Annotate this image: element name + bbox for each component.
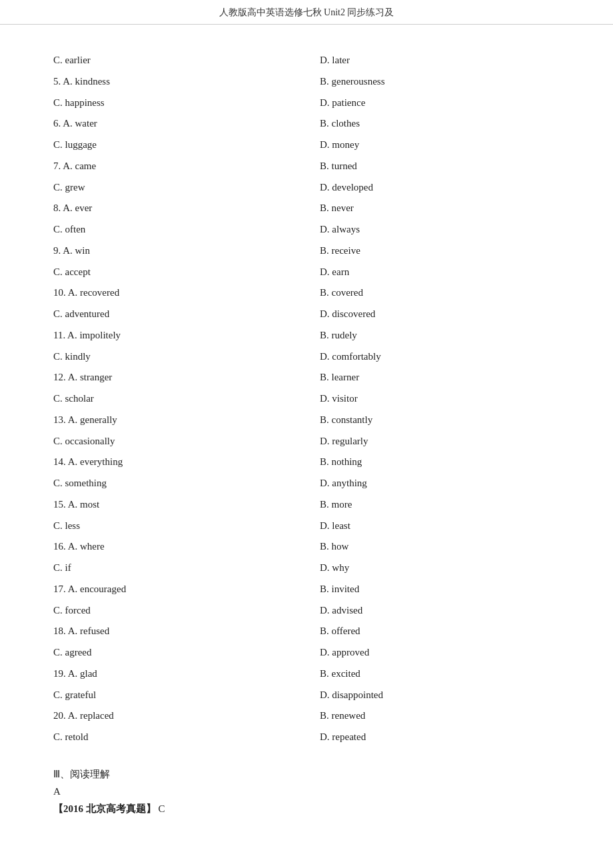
header-title: 人教版高中英语选修七秋 Unit2 同步练习及 <box>219 7 394 17</box>
answer-left: 13. A. generally <box>53 411 306 430</box>
answer-rows: C. earlierD. later5. A. kindnessB. gener… <box>53 51 560 747</box>
answer-left: 19. A. glad <box>53 665 306 683</box>
answer-left: 7. A. came <box>53 157 306 176</box>
answer-left: 16. A. where <box>53 538 306 556</box>
answer-left: 17. A. encouraged <box>53 580 306 599</box>
answer-row: C. retoldD. repeated <box>53 728 560 747</box>
answer-right: D. developed <box>306 179 560 197</box>
answer-left: C. if <box>53 559 306 578</box>
answer-left: C. forced <box>53 602 306 620</box>
answer-left: C. something <box>53 474 306 493</box>
answer-left: C. earlier <box>53 51 306 70</box>
answer-row: C. oftenD. always <box>53 220 560 239</box>
answer-left: 8. A. ever <box>53 199 306 218</box>
answer-row: 11. A. impolitelyB. rudely <box>53 326 560 345</box>
section-3-ref: 【2016 北京高考真题】 C <box>53 803 560 815</box>
answer-right: D. discovered <box>306 305 560 324</box>
page-header: 人教版高中英语选修七秋 Unit2 同步练习及 <box>0 0 613 25</box>
answer-left: 11. A. impolitely <box>53 326 306 345</box>
answer-right: D. always <box>306 220 560 239</box>
answer-row: 9. A. winB. receive <box>53 242 560 260</box>
answer-row: C. somethingD. anything <box>53 474 560 493</box>
answer-row: 19. A. gladB. excited <box>53 665 560 683</box>
answer-right: D. money <box>306 136 560 155</box>
answer-right: B. rudely <box>306 326 560 345</box>
answer-row: C. agreedD. approved <box>53 644 560 662</box>
section-3-a: A <box>53 786 560 797</box>
answer-left: C. grew <box>53 179 306 197</box>
answer-left: 12. A. stranger <box>53 368 306 387</box>
answer-right: B. nothing <box>306 453 560 472</box>
answer-right: B. invited <box>306 580 560 599</box>
answer-left: C. occasionally <box>53 432 306 451</box>
answer-left: C. kindly <box>53 348 306 366</box>
answer-right: B. more <box>306 496 560 514</box>
answer-row: 14. A. everythingB. nothing <box>53 453 560 472</box>
answer-left: C. happiness <box>53 94 306 113</box>
answer-row: C. acceptD. earn <box>53 263 560 282</box>
ref-c: C <box>159 803 165 814</box>
answer-right: B. covered <box>306 284 560 302</box>
answer-right: B. renewed <box>306 707 560 725</box>
ref-bold: 【2016 北京高考真题】 <box>53 803 156 814</box>
answer-row: 15. A. mostB. more <box>53 496 560 514</box>
answer-left: 15. A. most <box>53 496 306 514</box>
answer-row: C. gratefulD. disappointed <box>53 686 560 705</box>
answer-row: C. grewD. developed <box>53 179 560 197</box>
answer-right: B. clothes <box>306 115 560 133</box>
answer-left: 14. A. everything <box>53 453 306 472</box>
answer-row: 6. A. waterB. clothes <box>53 115 560 133</box>
answer-row: C. forcedD. advised <box>53 602 560 620</box>
answer-row: C. happinessD. patience <box>53 94 560 113</box>
answer-row: C. luggageD. money <box>53 136 560 155</box>
answer-left: C. agreed <box>53 644 306 662</box>
answer-right: B. turned <box>306 157 560 176</box>
answer-row: 7. A. cameB. turned <box>53 157 560 176</box>
answer-row: 10. A. recoveredB. covered <box>53 284 560 302</box>
section-3-label: Ⅲ、阅读理解 <box>53 768 560 781</box>
answer-left: 10. A. recovered <box>53 284 306 302</box>
answer-right: D. comfortably <box>306 348 560 366</box>
answer-right: B. constantly <box>306 411 560 430</box>
answer-row: C. lessD. least <box>53 517 560 536</box>
answer-right: B. how <box>306 538 560 556</box>
answer-row: 8. A. everB. never <box>53 199 560 218</box>
answer-right: D. patience <box>306 94 560 113</box>
answer-left: 6. A. water <box>53 115 306 133</box>
answer-right: D. least <box>306 517 560 536</box>
answer-row: C. scholarD. visitor <box>53 390 560 408</box>
answer-left: C. less <box>53 517 306 536</box>
answer-right: D. why <box>306 559 560 578</box>
main-content: C. earlierD. later5. A. kindnessB. gener… <box>0 25 613 842</box>
answer-left: 5. A. kindness <box>53 73 306 91</box>
answer-row: 20. A. replacedB. renewed <box>53 707 560 725</box>
answer-left: C. luggage <box>53 136 306 155</box>
answer-right: B. offered <box>306 622 560 641</box>
answer-row: C. occasionallyD. regularly <box>53 432 560 451</box>
answer-left: 18. A. refused <box>53 622 306 641</box>
answer-right: D. advised <box>306 602 560 620</box>
answer-right: B. never <box>306 199 560 218</box>
answer-row: C. earlierD. later <box>53 51 560 70</box>
answer-left: C. scholar <box>53 390 306 408</box>
section-break-1 <box>53 749 560 768</box>
answer-right: D. anything <box>306 474 560 493</box>
answer-right: D. later <box>306 51 560 70</box>
answer-right: B. generousness <box>306 73 560 91</box>
answer-right: B. receive <box>306 242 560 260</box>
answer-row: 13. A. generallyB. constantly <box>53 411 560 430</box>
answer-row: C. adventuredD. discovered <box>53 305 560 324</box>
answer-right: D. earn <box>306 263 560 282</box>
answer-right: B. excited <box>306 665 560 683</box>
answer-left: C. retold <box>53 728 306 747</box>
answer-right: B. learner <box>306 368 560 387</box>
answer-left: C. accept <box>53 263 306 282</box>
answer-row: C. ifD. why <box>53 559 560 578</box>
answer-row: 17. A. encouragedB. invited <box>53 580 560 599</box>
answer-row: 18. A. refusedB. offered <box>53 622 560 641</box>
answer-left: C. grateful <box>53 686 306 705</box>
answer-right: D. approved <box>306 644 560 662</box>
answer-right: D. disappointed <box>306 686 560 705</box>
answer-row: 12. A. strangerB. learner <box>53 368 560 387</box>
answer-right: D. regularly <box>306 432 560 451</box>
